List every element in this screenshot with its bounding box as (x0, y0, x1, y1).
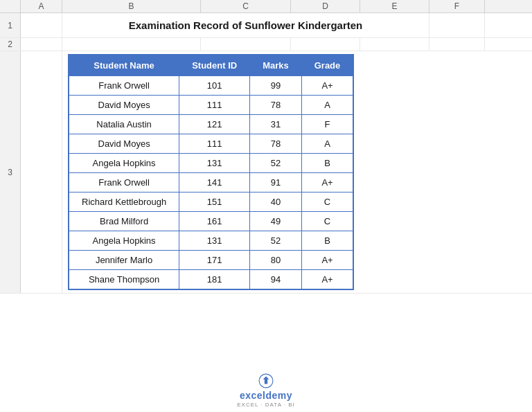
cell-f2[interactable] (429, 38, 485, 51)
cell-grade: B (301, 154, 353, 173)
cell-name: David Moyes (69, 134, 179, 154)
row-num-1: 1 (0, 13, 21, 37)
cell-title: Examination Record of Sunflower Kinderga… (62, 13, 429, 37)
row-num-corner (0, 0, 21, 12)
cell-a1[interactable] (21, 13, 62, 37)
row-num-2: 2 (0, 38, 21, 51)
cell-grade: A (301, 96, 353, 115)
cell-grade: A+ (301, 173, 353, 192)
table-row: Richard Kettlebrough15140C (69, 192, 353, 212)
table-row: David Moyes11178A (69, 134, 353, 154)
cell-name: Brad Milford (69, 212, 179, 231)
col-header-marks: Marks (250, 55, 302, 76)
cell-f1[interactable] (429, 13, 485, 37)
exceldemy-logo: exceldemy EXCEL · DATA · BI (237, 373, 295, 408)
cell-marks: 91 (250, 173, 302, 192)
exceldemy-name: exceldemy (240, 390, 292, 401)
table-row: Shane Thompson18194A+ (69, 270, 353, 290)
cell-marks: 52 (250, 154, 302, 173)
cell-name: Natalia Austin (69, 115, 179, 134)
col-header-b: B (62, 0, 201, 12)
cell-grade: A+ (301, 270, 353, 290)
cell-id: 101 (179, 76, 250, 96)
column-headers: A B C D E F (0, 0, 532, 13)
table-row: Frank Orwell10199A+ (69, 76, 353, 96)
cell-marks: 94 (250, 270, 302, 290)
table-row: Frank Orwell14191A+ (69, 173, 353, 192)
cell-grade: C (301, 212, 353, 231)
cell-name: Jennifer Marlo (69, 251, 179, 270)
cell-b2[interactable] (62, 38, 201, 51)
cell-marks: 49 (250, 212, 302, 231)
cell-c2[interactable] (201, 38, 291, 51)
cell-marks: 31 (250, 115, 302, 134)
cell-id: 111 (179, 96, 250, 115)
cell-name: Angela Hopkins (69, 154, 179, 173)
cell-name: Frank Orwell (69, 76, 179, 96)
cell-e2[interactable] (360, 38, 429, 51)
col-header-d: D (291, 0, 360, 12)
footer-watermark: exceldemy EXCEL · DATA · BI (0, 368, 532, 412)
cell-a2[interactable] (21, 38, 62, 51)
cell-id: 111 (179, 134, 250, 154)
cell-id: 151 (179, 192, 250, 212)
cell-marks: 52 (250, 231, 302, 251)
cell-name: Richard Kettlebrough (69, 192, 179, 212)
cell-marks: 80 (250, 251, 302, 270)
cell-name: Angela Hopkins (69, 231, 179, 251)
cell-grade: A+ (301, 76, 353, 96)
cell-name: Frank Orwell (69, 173, 179, 192)
col-header-e: E (360, 0, 429, 12)
table-row: Angela Hopkins13152B (69, 154, 353, 173)
exam-table: Student Name Student ID Marks Grade Fran… (68, 54, 354, 290)
table-row: Natalia Austin12131F (69, 115, 353, 134)
cell-marks: 40 (250, 192, 302, 212)
exceldemy-icon (258, 373, 274, 388)
row-num-3: 3 (0, 51, 21, 293)
row-2: 2 (0, 38, 532, 51)
cell-grade: A+ (301, 251, 353, 270)
svg-marker-1 (263, 376, 269, 384)
table-row: Angela Hopkins13152B (69, 231, 353, 251)
cell-grade: B (301, 231, 353, 251)
col-header-c: C (201, 0, 291, 12)
table-row: David Moyes11178A (69, 96, 353, 115)
table-row: Jennifer Marlo17180A+ (69, 251, 353, 270)
cell-name: Shane Thompson (69, 270, 179, 290)
cell-id: 121 (179, 115, 250, 134)
exceldemy-tagline: EXCEL · DATA · BI (237, 402, 295, 408)
cell-id: 131 (179, 154, 250, 173)
col-header-a: A (21, 0, 62, 12)
spreadsheet: A B C D E F 1 Examination Record of Sunf… (0, 0, 532, 412)
cell-marks: 99 (250, 76, 302, 96)
col-header-student-id: Student ID (179, 55, 250, 76)
cell-grade: C (301, 192, 353, 212)
cell-d2[interactable] (291, 38, 360, 51)
cell-id: 141 (179, 173, 250, 192)
cell-name: David Moyes (69, 96, 179, 115)
table-row-block: 3 Student Name Student ID Marks Grade Fr… (0, 51, 532, 294)
sheet-rows: 1 Examination Record of Sunflower Kinder… (0, 13, 532, 368)
cell-a3[interactable] (21, 51, 62, 293)
col-header-f: F (429, 0, 485, 12)
cell-id: 161 (179, 212, 250, 231)
col-header-student-name: Student Name (69, 55, 179, 76)
table-row: Brad Milford16149C (69, 212, 353, 231)
row-1: 1 Examination Record of Sunflower Kinder… (0, 13, 532, 38)
cell-id: 171 (179, 251, 250, 270)
cell-grade: F (301, 115, 353, 134)
col-header-grade: Grade (301, 55, 353, 76)
cell-grade: A (301, 134, 353, 154)
cell-marks: 78 (250, 96, 302, 115)
cell-marks: 78 (250, 134, 302, 154)
cell-id: 131 (179, 231, 250, 251)
cell-id: 181 (179, 270, 250, 290)
